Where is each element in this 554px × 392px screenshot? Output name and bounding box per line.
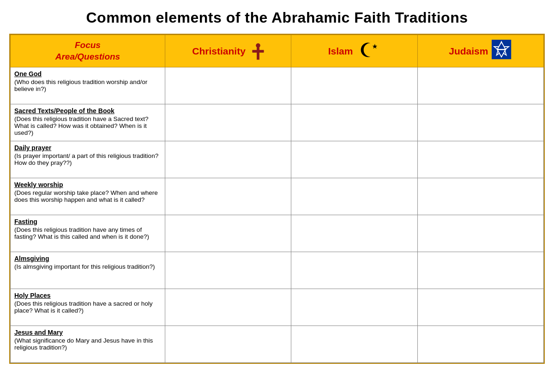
row-3-desc: (Does regular worship take place? When a…	[14, 189, 158, 203]
row-7-title: Jesus and Mary	[14, 329, 161, 336]
row-3-islam	[291, 178, 417, 215]
header-christianity: Christianity	[165, 35, 291, 67]
row-6-focus: Holy Places(Does this religious traditio…	[11, 289, 165, 326]
row-1-title: Sacred Texts/People of the Book	[14, 107, 161, 115]
christianity-cross-icon	[249, 41, 264, 61]
row-1-focus: Sacred Texts/People of the Book(Does thi…	[11, 104, 165, 141]
row-1-christianity	[165, 104, 291, 141]
row-7-desc: (What significance do Mary and Jesus hav…	[14, 337, 153, 351]
row-1-judaism	[417, 104, 543, 141]
islam-crescent-icon	[356, 40, 380, 62]
header-row: Focus Area/Questions Christianity	[11, 35, 544, 67]
row-0-christianity	[165, 67, 291, 104]
row-4-focus: Fasting(Does this religious tradition ha…	[11, 215, 165, 252]
row-7-judaism	[417, 326, 543, 363]
row-5-islam	[291, 252, 417, 289]
table-row: Fasting(Does this religious tradition ha…	[11, 215, 544, 252]
row-5-desc: (Is almsgiving important for this religi…	[14, 263, 155, 270]
row-4-christianity	[165, 215, 291, 252]
page-title: Common elements of the Abrahamic Faith T…	[9, 9, 545, 26]
row-4-judaism	[417, 215, 543, 252]
row-6-islam	[291, 289, 417, 326]
header-islam: Islam	[291, 35, 417, 67]
judaism-star-icon	[492, 40, 512, 62]
row-3-title: Weekly worship	[14, 181, 161, 188]
focus-line2: Area/Questions	[14, 51, 161, 63]
comparison-table: Focus Area/Questions Christianity	[10, 35, 544, 363]
row-2-islam	[291, 141, 417, 178]
judaism-label: Judaism	[449, 46, 488, 57]
row-2-christianity	[165, 141, 291, 178]
islam-label: Islam	[328, 46, 353, 57]
row-2-desc: (Is prayer important/ a part of this rel…	[14, 152, 158, 166]
table-row: Holy Places(Does this religious traditio…	[11, 289, 544, 326]
row-4-desc: (Does this religious tradition have any …	[14, 226, 149, 240]
table-body: One God(Who does this religious traditio…	[11, 67, 544, 363]
row-4-title: Fasting	[14, 218, 161, 225]
row-5-focus: Almsgiving(Is almsgiving important for t…	[11, 252, 165, 289]
row-7-christianity	[165, 326, 291, 363]
table-row: Weekly worship(Does regular worship take…	[11, 178, 544, 215]
table-row: Jesus and Mary(What significance do Mary…	[11, 326, 544, 363]
row-0-focus: One God(Who does this religious traditio…	[11, 67, 165, 104]
table-row: Sacred Texts/People of the Book(Does thi…	[11, 104, 544, 141]
row-2-title: Daily prayer	[14, 144, 161, 151]
header-focus: Focus Area/Questions	[11, 35, 165, 67]
row-6-judaism	[417, 289, 543, 326]
row-0-islam	[291, 67, 417, 104]
row-4-islam	[291, 215, 417, 252]
table-row: Daily prayer(Is prayer important/ a part…	[11, 141, 544, 178]
row-7-islam	[291, 326, 417, 363]
christianity-label: Christianity	[192, 46, 246, 57]
row-0-judaism	[417, 67, 543, 104]
table-row: Almsgiving(Is almsgiving important for t…	[11, 252, 544, 289]
row-0-desc: (Who does this religious tradition worsh…	[14, 78, 147, 92]
row-1-desc: (Does this religious tradition have a Sa…	[14, 115, 148, 136]
focus-line1: Focus	[14, 40, 161, 51]
svg-marker-4	[373, 44, 377, 48]
row-6-desc: (Does this religious tradition have a sa…	[14, 300, 152, 314]
table-row: One God(Who does this religious traditio…	[11, 67, 544, 104]
row-6-title: Holy Places	[14, 292, 161, 299]
main-table-wrapper: Focus Area/Questions Christianity	[9, 34, 545, 364]
svg-point-2	[256, 43, 260, 48]
row-5-title: Almsgiving	[14, 255, 161, 262]
row-2-judaism	[417, 141, 543, 178]
row-5-christianity	[165, 252, 291, 289]
row-7-focus: Jesus and Mary(What significance do Mary…	[11, 326, 165, 363]
row-3-judaism	[417, 178, 543, 215]
row-6-christianity	[165, 289, 291, 326]
row-1-islam	[291, 104, 417, 141]
row-5-judaism	[417, 252, 543, 289]
svg-rect-0	[257, 47, 259, 60]
row-3-christianity	[165, 178, 291, 215]
row-0-title: One God	[14, 70, 161, 78]
header-judaism: Judaism	[417, 35, 543, 67]
row-2-focus: Daily prayer(Is prayer important/ a part…	[11, 141, 165, 178]
row-3-focus: Weekly worship(Does regular worship take…	[11, 178, 165, 215]
